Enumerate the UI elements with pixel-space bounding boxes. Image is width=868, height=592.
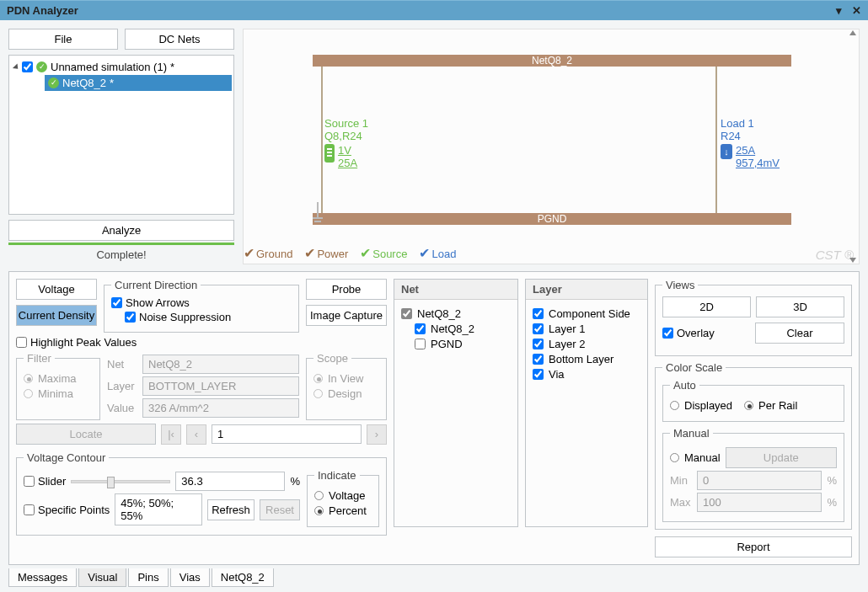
wire-left bbox=[321, 67, 323, 213]
voltage-contour-group: Voltage Contour Slider 36.3 % Specific P… bbox=[16, 451, 387, 536]
check-icon: ✓ bbox=[48, 77, 59, 88]
value-field: 326 A/mm^2 bbox=[142, 398, 299, 418]
sim-name: Unnamed simulation (1) bbox=[51, 61, 167, 73]
chevron-down-icon[interactable] bbox=[13, 63, 20, 71]
overlay-checkbox[interactable]: Overlay bbox=[662, 323, 750, 344]
contour-slider[interactable] bbox=[71, 480, 170, 483]
window-controls: ▾ ✕ bbox=[829, 4, 861, 17]
tab-vias[interactable]: Vias bbox=[170, 568, 210, 587]
minima-radio bbox=[24, 389, 33, 398]
net-item[interactable]: PGND bbox=[415, 338, 511, 350]
manual-radio[interactable] bbox=[670, 453, 679, 462]
slider-value[interactable]: 36.3 bbox=[175, 472, 285, 491]
file-button[interactable]: File bbox=[8, 29, 118, 50]
layer-item[interactable]: Layer 2 bbox=[533, 338, 640, 350]
net-name: NetQ8_2 bbox=[62, 77, 106, 89]
control-panel: Voltage Current Density Current Directio… bbox=[8, 271, 860, 565]
bottom-bus: PGND bbox=[313, 213, 791, 225]
battery-icon bbox=[324, 144, 335, 163]
indicate-voltage-radio[interactable] bbox=[314, 491, 324, 500]
design-radio bbox=[313, 389, 323, 398]
vertical-scrollbar[interactable] bbox=[848, 30, 858, 263]
layer-item[interactable]: Via bbox=[533, 368, 640, 381]
source-node[interactable]: Source 1 Q8,R24 1V 25A bbox=[324, 117, 368, 169]
layer-panel: Layer Component Side Layer 1 Layer 2 Bot… bbox=[525, 279, 648, 527]
net-item[interactable]: NetQ8_2 bbox=[415, 323, 511, 335]
load-arrow-icon: ↓ bbox=[721, 144, 732, 159]
scope-group: Scope In View Design bbox=[306, 352, 387, 420]
refresh-button[interactable]: Refresh bbox=[207, 499, 255, 520]
tree-root[interactable]: ✓ Unnamed simulation (1) * bbox=[11, 59, 232, 75]
manual-group: Manual Manual Update Min0% Max100% bbox=[662, 427, 844, 522]
max-field: 100 bbox=[697, 493, 822, 512]
update-button: Update bbox=[726, 447, 837, 468]
3d-button[interactable]: 3D bbox=[756, 296, 844, 317]
net-item[interactable]: NetQ8_2 bbox=[401, 307, 511, 320]
color-scale-group: Color Scale Auto Displayed Per Rail Manu… bbox=[655, 361, 852, 530]
titlebar: PDN Analyzer ▾ ✕ bbox=[0, 0, 868, 20]
scroll-down-icon[interactable] bbox=[849, 258, 856, 263]
tab-visual[interactable]: Visual bbox=[78, 568, 126, 587]
min-field: 0 bbox=[697, 471, 822, 490]
layer-item[interactable]: Bottom Layer bbox=[533, 353, 640, 365]
per-rail-radio[interactable] bbox=[744, 401, 753, 410]
scroll-up-icon[interactable] bbox=[849, 30, 856, 35]
specific-points-checkbox[interactable]: Specific Points bbox=[24, 504, 110, 516]
top-bus: NetQ8_2 bbox=[313, 55, 791, 67]
indicate-group: Indicate Voltage Percent bbox=[307, 469, 379, 527]
in-view-radio bbox=[313, 374, 323, 383]
tab-pins[interactable]: Pins bbox=[128, 568, 168, 587]
image-capture-button[interactable]: Image Capture bbox=[306, 305, 387, 326]
current-direction-group: Current Direction Show Arrows Noise Supp… bbox=[104, 279, 299, 333]
wire-right bbox=[715, 67, 717, 213]
tree-child[interactable]: ✓ NetQ8_2 * bbox=[45, 75, 232, 91]
legend: ✔Ground ✔Power ✔Source ✔Load bbox=[244, 245, 456, 261]
voltage-button[interactable]: Voltage bbox=[16, 279, 97, 300]
clear-button[interactable]: Clear bbox=[755, 323, 844, 344]
minimize-icon[interactable]: ▾ bbox=[836, 4, 842, 17]
current-density-button[interactable]: Current Density bbox=[16, 305, 97, 326]
reset-button: Reset bbox=[260, 499, 300, 520]
simulation-tree[interactable]: ✓ Unnamed simulation (1) * ✓ NetQ8_2 * bbox=[8, 55, 234, 215]
net-panel: Net NetQ8_2 NetQ8_2 PGND bbox=[394, 279, 518, 527]
net-field: NetQ8_2 bbox=[142, 355, 299, 374]
prev-button: ‹ bbox=[186, 424, 206, 445]
check-icon: ✓ bbox=[36, 61, 47, 72]
status-text: Complete! bbox=[8, 245, 234, 264]
probe-button[interactable]: Probe bbox=[306, 279, 387, 300]
app-title: PDN Analyzer bbox=[7, 4, 78, 17]
report-button[interactable]: Report bbox=[655, 536, 852, 557]
load-node[interactable]: Load 1 R24 ↓ 25A 957,4mV bbox=[721, 117, 780, 169]
highlight-peak-checkbox[interactable]: Highlight Peak Values bbox=[16, 336, 137, 349]
next-button: › bbox=[367, 424, 387, 445]
locate-button: Locate bbox=[16, 424, 156, 445]
specific-points-field[interactable]: 45%; 50%; 55% bbox=[115, 493, 202, 525]
dc-nets-button[interactable]: DC Nets bbox=[125, 29, 234, 50]
slider-checkbox[interactable]: Slider bbox=[24, 475, 66, 488]
step-field: 1 bbox=[212, 424, 362, 444]
ground-icon bbox=[313, 217, 323, 219]
2d-button[interactable]: 2D bbox=[662, 296, 751, 317]
indicate-percent-radio[interactable] bbox=[314, 506, 324, 515]
views-group: Views 2D 3D Overlay Clear bbox=[655, 279, 852, 356]
layer-field: BOTTOM_LAYER bbox=[142, 376, 299, 396]
filter-group: Filter Maxima Minima bbox=[16, 352, 100, 420]
noise-suppression-checkbox[interactable]: Noise Suppression bbox=[125, 311, 231, 323]
first-button: |‹ bbox=[161, 424, 181, 445]
analyze-button[interactable]: Analyze bbox=[8, 220, 234, 241]
layer-item[interactable]: Layer 1 bbox=[533, 323, 640, 335]
displayed-radio[interactable] bbox=[670, 401, 679, 410]
auto-group: Auto Displayed Per Rail bbox=[662, 379, 844, 422]
tab-net[interactable]: NetQ8_2 bbox=[212, 568, 274, 587]
maxima-radio bbox=[24, 374, 33, 383]
sim-checkbox[interactable] bbox=[22, 61, 33, 72]
layer-item[interactable]: Component Side bbox=[533, 307, 640, 320]
show-arrows-checkbox[interactable]: Show Arrows bbox=[111, 296, 190, 309]
diagram-canvas[interactable]: NetQ8_2 PGND Source 1 Q8,R24 1V 25A bbox=[243, 29, 860, 264]
close-icon[interactable]: ✕ bbox=[852, 4, 861, 17]
bottom-tabs: Messages Visual Pins Vias NetQ8_2 bbox=[8, 568, 860, 587]
tab-messages[interactable]: Messages bbox=[8, 568, 77, 587]
